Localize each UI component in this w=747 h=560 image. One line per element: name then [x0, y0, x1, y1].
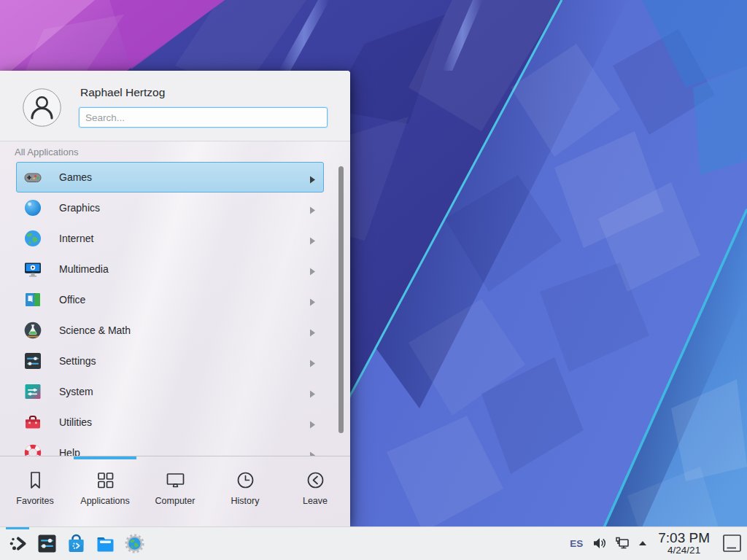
- tab-label: Leave: [303, 496, 328, 506]
- category-graphics[interactable]: Graphics: [16, 192, 324, 223]
- time: 7:03 PM: [658, 531, 710, 545]
- submenu-arrow-icon: [309, 388, 316, 396]
- category-label: Multimedia: [59, 263, 109, 275]
- user-name: Raphael Hertzog: [80, 86, 165, 99]
- launcher-tab-bar: Favorites Applications Computer: [0, 456, 350, 526]
- search-input[interactable]: [79, 107, 328, 128]
- toolbox-icon: [23, 412, 43, 432]
- submenu-arrow-icon: [309, 204, 316, 212]
- tab-label: Applications: [80, 496, 129, 506]
- launcher-header: Raphael Hertzog: [0, 71, 350, 141]
- category-label: Internet: [59, 233, 93, 244]
- gamepad-icon: [23, 167, 43, 187]
- web-browser-button[interactable]: [120, 527, 149, 560]
- category-internet[interactable]: Internet: [16, 223, 324, 254]
- category-label: Office: [59, 294, 85, 306]
- discover-button[interactable]: [61, 527, 90, 560]
- taskbar: ES 7:03 PM 4/24/21: [0, 526, 747, 560]
- tab-favorites[interactable]: Favorites: [0, 456, 70, 526]
- tab-label: Computer: [155, 496, 196, 506]
- category-list: Games Graphics: [0, 162, 350, 456]
- computer-icon: [164, 469, 187, 491]
- category-system[interactable]: System: [16, 376, 324, 407]
- system-settings-button[interactable]: [32, 527, 61, 560]
- category-help[interactable]: Help: [16, 438, 324, 456]
- section-label: All Applications: [15, 147, 78, 158]
- tab-computer[interactable]: Computer: [140, 456, 210, 526]
- category-science-math[interactable]: Science & Math: [16, 315, 324, 346]
- app-grid-icon: [94, 469, 117, 491]
- submenu-arrow-icon: [309, 419, 316, 427]
- submenu-arrow-icon: [309, 327, 316, 335]
- desktop: Raphael Hertzog All Applications Games: [0, 0, 747, 560]
- list-scrollbar[interactable]: [338, 166, 344, 433]
- application-launcher-button[interactable]: [3, 527, 32, 560]
- clock-icon: [234, 469, 257, 491]
- category-label: Help: [59, 447, 80, 456]
- category-label: System: [59, 386, 93, 397]
- tab-label: History: [231, 496, 260, 506]
- leave-icon: [304, 469, 327, 491]
- globe-gear-icon: [123, 532, 146, 555]
- flask-icon: [23, 320, 43, 341]
- documents-icon: [23, 289, 43, 310]
- monitor-play-icon: [23, 259, 43, 279]
- user-avatar[interactable]: [23, 88, 61, 127]
- clock[interactable]: 7:03 PM 4/24/21: [658, 531, 710, 556]
- expand-tray-icon[interactable]: [637, 537, 649, 549]
- lifebuoy-icon: [23, 443, 43, 456]
- tab-label: Favorites: [16, 496, 53, 506]
- tab-history[interactable]: History: [210, 456, 280, 526]
- bookmark-icon: [24, 469, 47, 491]
- submenu-arrow-icon: [309, 357, 316, 365]
- category-settings[interactable]: Settings: [16, 346, 324, 376]
- volume-icon[interactable]: [592, 535, 608, 551]
- category-label: Science & Math: [59, 324, 131, 336]
- category-utilities[interactable]: Utilities: [16, 407, 324, 438]
- tab-leave[interactable]: Leave: [280, 456, 350, 526]
- keyboard-layout-indicator[interactable]: ES: [568, 538, 585, 549]
- application-launcher-menu: Raphael Hertzog All Applications Games: [0, 71, 350, 526]
- submenu-arrow-icon: [309, 265, 316, 273]
- category-multimedia[interactable]: Multimedia: [16, 254, 324, 284]
- file-manager-button[interactable]: [90, 527, 120, 560]
- network-icon[interactable]: [614, 535, 630, 551]
- globe-icon: [23, 228, 43, 249]
- kickoff-icon: [7, 532, 29, 555]
- sliders-dark-icon: [23, 351, 43, 371]
- category-label: Games: [59, 171, 92, 183]
- submenu-arrow-icon: [309, 449, 316, 456]
- submenu-arrow-icon: [309, 235, 316, 243]
- show-desktop-button[interactable]: [722, 534, 743, 553]
- category-label: Graphics: [59, 202, 100, 214]
- category-label: Settings: [59, 355, 96, 367]
- category-label: Utilities: [59, 416, 92, 428]
- sphere-icon: [23, 198, 43, 218]
- date: 4/24/21: [658, 545, 710, 556]
- sliders-color-icon: [23, 381, 43, 402]
- submenu-arrow-icon: [309, 174, 316, 182]
- folder-icon: [94, 532, 117, 555]
- tab-applications[interactable]: Applications: [70, 456, 140, 526]
- category-games[interactable]: Games: [16, 162, 324, 192]
- system-settings-icon: [36, 532, 58, 555]
- category-office[interactable]: Office: [16, 284, 324, 315]
- discover-icon: [65, 532, 88, 555]
- system-tray: ES 7:03 PM 4/24/21: [568, 531, 743, 556]
- submenu-arrow-icon: [309, 296, 316, 304]
